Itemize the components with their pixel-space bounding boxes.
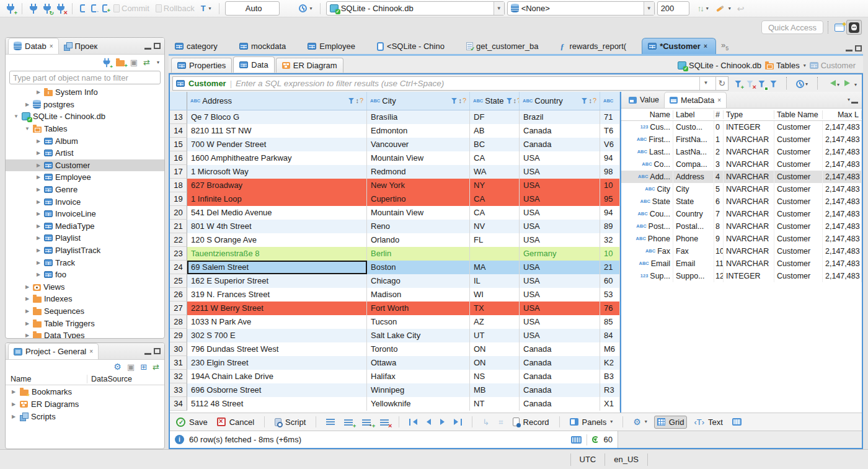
project-item[interactable]: ▶ Scripts	[6, 410, 164, 422]
cell-max-length[interactable]: 2,147,483	[823, 270, 862, 282]
cell-postalcode[interactable]: 98	[600, 165, 620, 179]
metadata-row[interactable]: ABCCity City 5 NVARCHAR Customer 2,147,4…	[621, 183, 862, 195]
cell-postalcode[interactable]: 71	[600, 110, 620, 124]
cell-table-name[interactable]: Customer	[774, 245, 823, 257]
cell-label[interactable]: State	[673, 195, 714, 208]
cell-address[interactable]: 8210 111 ST NW	[187, 124, 367, 138]
script-button[interactable]: Script	[272, 416, 308, 428]
commit-button[interactable]: Commit	[112, 1, 151, 16]
cell-table-name[interactable]: Customer	[774, 233, 823, 245]
minimize-button[interactable]	[846, 50, 852, 51]
cell-column-name[interactable]: ABCState	[621, 195, 673, 208]
cell-city[interactable]: Tucson	[367, 315, 470, 329]
column-header[interactable]: #	[714, 110, 724, 119]
expand-arrow-icon[interactable]: ▶	[35, 272, 42, 277]
cell-postalcode[interactable]: V6	[600, 138, 620, 151]
cell-table-name[interactable]: Customer	[774, 133, 823, 146]
minimize-button[interactable]	[851, 102, 858, 104]
auto-refresh-icon[interactable]	[592, 436, 599, 443]
save-button[interactable]: Save	[174, 416, 210, 428]
cell-ordinal[interactable]: 7	[714, 208, 724, 220]
cell-state[interactable]: DF	[470, 110, 520, 124]
panels-button[interactable]: Panels	[567, 416, 616, 428]
cell-country[interactable]: Brazil	[520, 110, 600, 124]
value-viewer-icon[interactable]	[571, 436, 582, 444]
cell-column-name[interactable]: 123Cus...	[621, 121, 673, 133]
cell-country[interactable]: USA	[520, 302, 600, 315]
cell-country[interactable]: Germany	[520, 247, 600, 261]
close-icon[interactable]	[50, 43, 53, 50]
tree-item[interactable]: ▶ Indexes	[6, 293, 164, 305]
cell-state[interactable]: NY	[470, 179, 520, 192]
tab-metadata[interactable]: MetaData	[664, 92, 727, 108]
focus-value-button[interactable]	[496, 417, 505, 427]
cell-label[interactable]: Address	[673, 171, 714, 183]
cell-max-length[interactable]: 2,147,483	[823, 171, 862, 183]
column-name-header[interactable]: Name	[6, 375, 87, 383]
view-menu-icon[interactable]	[848, 97, 850, 102]
filter-history-dropdown[interactable]	[699, 77, 712, 90]
tree-item[interactable]: ▶ foo	[6, 269, 164, 281]
cell-address[interactable]: Qe 7 Bloco G	[187, 110, 367, 124]
cell-city[interactable]: Reno	[367, 220, 470, 233]
cell-address[interactable]: Tauentzienstraße 8	[187, 247, 367, 261]
editor-tab[interactable]: mockdata	[233, 38, 301, 54]
save-filter-button[interactable]	[758, 79, 765, 88]
cell-table-name[interactable]: Customer	[774, 195, 823, 208]
first-row-button[interactable]	[407, 418, 420, 427]
cell-max-length[interactable]: 2,147,483	[823, 133, 862, 146]
cell-type[interactable]: INTEGER	[724, 270, 774, 282]
cancel-button[interactable]: Cancel	[215, 416, 257, 428]
cell-city[interactable]: Madison	[367, 288, 470, 302]
expand-arrow-icon[interactable]: ▶	[11, 401, 17, 407]
sync-datasource-button[interactable]	[696, 1, 711, 16]
timezone-indicator[interactable]: UTC	[570, 453, 605, 466]
cell-label[interactable]: Compa...	[673, 158, 714, 171]
row-number-cell[interactable]: 20	[170, 206, 187, 220]
disconnect-button[interactable]	[55, 1, 66, 16]
tree-item[interactable]: ▶ Employee	[6, 171, 164, 184]
navigator-filter-input[interactable]	[9, 71, 161, 84]
cell-label[interactable]: Postal...	[673, 220, 714, 233]
link-editor-icon[interactable]	[143, 58, 150, 66]
cell-column-name[interactable]: ABCLast...	[621, 146, 673, 158]
sort-icon[interactable]	[355, 97, 359, 104]
expand-arrow-icon[interactable]: ▶	[35, 260, 42, 266]
cell-city[interactable]: Chicago	[367, 274, 470, 288]
tree-item[interactable]: ▶ Views	[6, 281, 164, 293]
cell-label[interactable]: Fax	[673, 245, 714, 257]
transaction-log-button[interactable]	[297, 1, 314, 16]
fetch-size-input[interactable]	[657, 1, 689, 16]
connection-select[interactable]: SQLite - Chinook.db	[326, 1, 505, 16]
row-number-cell[interactable]: 28	[170, 315, 187, 329]
cell-ordinal[interactable]: 6	[714, 195, 724, 208]
metadata-row[interactable]: ABCState State 6 NVARCHAR Customer 2,147…	[621, 195, 862, 208]
cell-ordinal[interactable]: 0	[714, 121, 724, 133]
cell-city[interactable]: Mountain View	[367, 151, 470, 165]
cell-city[interactable]: Orlando	[367, 233, 470, 247]
expand-arrow-icon[interactable]: ▶	[35, 199, 42, 205]
cell-ordinal[interactable]: 8	[714, 220, 724, 233]
new-sql-editor-button[interactable]	[100, 1, 109, 16]
cell-column-name[interactable]: ABCFirst...	[621, 133, 673, 146]
project-item[interactable]: ▶ ER Diagrams	[6, 398, 164, 410]
cell-postalcode[interactable]: 32	[600, 233, 620, 247]
column-header[interactable]: Max L	[823, 110, 862, 119]
metadata-row[interactable]: 123Cus... Custo... 0 INTEGER Customer 2,…	[621, 121, 862, 133]
cell-state[interactable]: MB	[470, 383, 520, 397]
tree-item[interactable]: ▶ postgres	[6, 99, 164, 111]
filter-icon[interactable]	[506, 98, 512, 104]
cell-type[interactable]: NVARCHAR	[724, 146, 774, 158]
edit-cell-button[interactable]	[324, 418, 337, 427]
cell-address[interactable]: 319 N. Frances Street	[187, 288, 367, 302]
text-view-button[interactable]: Text	[691, 416, 725, 428]
cell-ordinal[interactable]: 9	[714, 233, 724, 245]
cell-type[interactable]: NVARCHAR	[724, 133, 774, 146]
metadata-row[interactable]: ABCCo... Compa... 3 NVARCHAR Customer 2,…	[621, 158, 862, 171]
minimize-button[interactable]	[144, 353, 151, 355]
close-icon[interactable]	[717, 97, 721, 104]
cell-type[interactable]: NVARCHAR	[724, 195, 774, 208]
row-number-cell[interactable]: 32	[170, 370, 187, 383]
metadata-row[interactable]: ABCLast... LastNa... 2 NVARCHAR Customer…	[621, 146, 862, 158]
cell-city[interactable]: Vancouver	[367, 138, 470, 151]
